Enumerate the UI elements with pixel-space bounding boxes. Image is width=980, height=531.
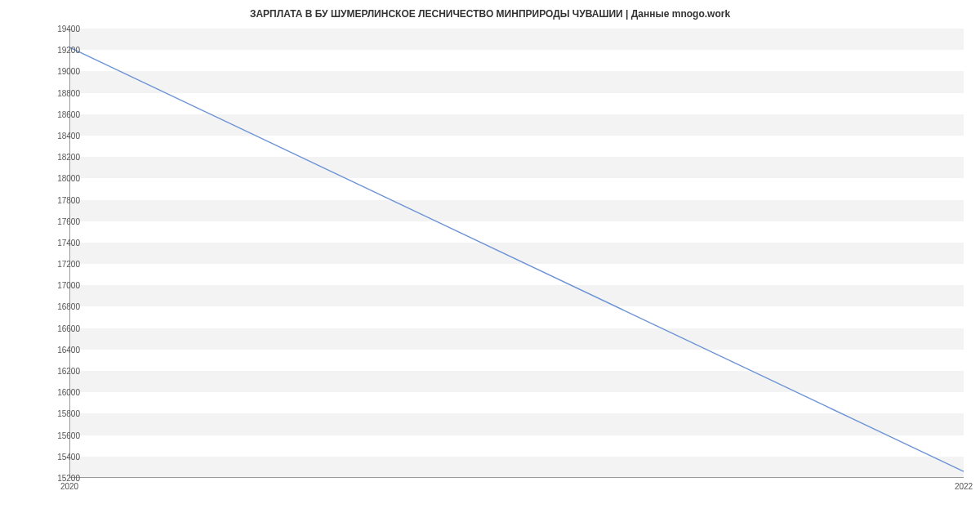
y-tick-label: 17000 <box>39 281 80 290</box>
y-tick-label: 18400 <box>39 131 80 140</box>
y-tick-label: 17600 <box>39 216 80 225</box>
y-tick-label: 16200 <box>39 367 80 376</box>
y-tick-label: 19200 <box>39 46 80 55</box>
y-tick-label: 15200 <box>39 474 80 483</box>
y-tick-label: 19400 <box>39 25 80 33</box>
y-tick-label: 19000 <box>39 67 80 76</box>
x-tick-label: 2022 <box>955 482 973 491</box>
y-tick-label: 17800 <box>39 195 80 204</box>
y-tick-label: 16400 <box>39 345 80 354</box>
y-tick-label: 16600 <box>39 324 80 332</box>
series-line-salary <box>69 47 964 471</box>
y-tick-label: 18800 <box>39 88 80 97</box>
y-tick-label: 17200 <box>39 260 80 269</box>
y-tick-label: 18200 <box>39 153 80 162</box>
y-tick-label: 15800 <box>39 409 80 418</box>
y-tick-label: 18600 <box>39 109 80 118</box>
x-tick-label: 2020 <box>60 482 78 491</box>
y-tick-label: 15400 <box>39 452 80 461</box>
y-tick-label: 15600 <box>39 431 80 440</box>
y-tick-label: 17400 <box>39 238 80 247</box>
y-tick-label: 16000 <box>39 388 80 397</box>
chart-title: ЗАРПЛАТА В БУ ШУМЕРЛИНСКОЕ ЛЕСНИЧЕСТВО М… <box>0 0 980 20</box>
y-tick-label: 18000 <box>39 174 80 183</box>
chart-plot-area <box>69 29 964 478</box>
line-layer <box>69 29 964 478</box>
y-tick-label: 16800 <box>39 302 80 311</box>
